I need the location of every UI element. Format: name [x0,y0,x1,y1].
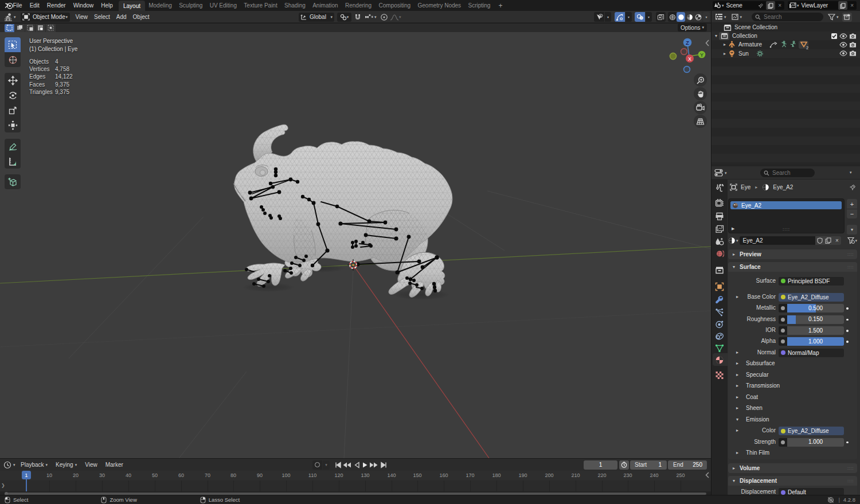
svg-text:X: X [688,56,691,62]
svg-text:Y: Y [700,52,703,58]
svg-text:Z: Z [686,40,689,46]
